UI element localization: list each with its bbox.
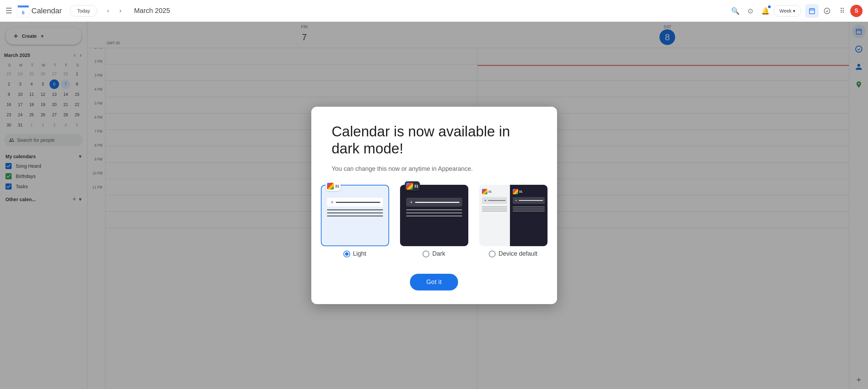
light-radio-row: Light — [343, 250, 366, 257]
svg-text:6: 6 — [22, 10, 25, 15]
dark-radio[interactable] — [423, 251, 429, 257]
got-it-button[interactable]: Got it — [410, 274, 458, 290]
prev-arrow[interactable]: ‹ — [103, 5, 114, 16]
logo-area: 6 Calendar — [16, 4, 62, 18]
svg-rect-1 — [18, 5, 29, 8]
next-arrow[interactable]: › — [115, 5, 126, 16]
dark-radio-row: Dark — [423, 250, 445, 257]
light-theme-preview: 31 ＋ — [321, 185, 389, 246]
app-header: ☰ 6 Calendar Today ‹ › March 2025 🔍 ⊙ 🔔 … — [0, 0, 868, 22]
device-radio[interactable] — [489, 251, 496, 257]
search-button[interactable]: 🔍 — [728, 4, 742, 18]
dark-mode-modal: Calendar is now available in dark mode! … — [311, 107, 557, 304]
device-theme-preview: 31 ＋ — [479, 185, 547, 246]
nav-arrows: ‹ › — [103, 5, 126, 16]
week-label: Week — [779, 8, 792, 14]
avatar[interactable]: S — [850, 5, 863, 17]
dark-label: Dark — [432, 250, 445, 257]
header-date: March 2025 — [134, 7, 170, 15]
notification-button[interactable]: 🔔 — [758, 4, 772, 18]
device-radio-row: Device default — [489, 250, 537, 257]
theme-option-dark[interactable]: 31 ＋ — [400, 185, 468, 257]
svg-rect-4 — [810, 9, 815, 14]
modal-overlay: Calendar is now available in dark mode! … — [0, 22, 868, 389]
google-calendar-logo: 6 — [16, 4, 30, 18]
header-icons: 🔍 ⊙ 🔔 Week ▾ ⠿ S — [728, 4, 863, 18]
assistant-button[interactable]: ⊙ — [743, 4, 757, 18]
hamburger-icon[interactable]: ☰ — [5, 6, 12, 15]
theme-option-light[interactable]: 31 ＋ — [321, 185, 389, 257]
app-title: Calendar — [31, 6, 62, 15]
theme-option-device[interactable]: 31 ＋ — [479, 185, 547, 257]
week-chevron: ▾ — [793, 8, 795, 14]
calendar-view-icon[interactable] — [805, 4, 819, 18]
notification-dot — [768, 5, 771, 8]
light-radio[interactable] — [343, 251, 350, 257]
tasks-icon[interactable] — [820, 4, 834, 18]
apps-icon[interactable]: ⠿ — [835, 4, 849, 18]
theme-options: 31 ＋ — [332, 185, 537, 257]
modal-subtitle: You can change this now or anytime in Ap… — [332, 165, 537, 173]
svg-point-8 — [824, 8, 830, 14]
light-label: Light — [353, 250, 366, 257]
modal-title: Calendar is now available in dark mode! — [332, 123, 537, 158]
today-button[interactable]: Today — [70, 5, 97, 17]
week-view-button[interactable]: Week ▾ — [773, 5, 801, 17]
device-label: Device default — [498, 250, 537, 257]
dark-theme-preview: 31 ＋ — [400, 185, 468, 246]
